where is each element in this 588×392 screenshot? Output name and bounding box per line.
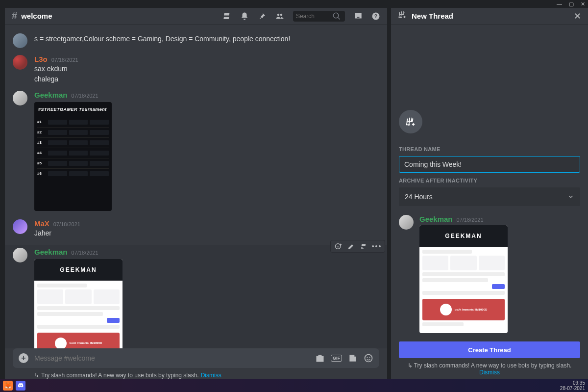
avatar[interactable] bbox=[399, 215, 414, 230]
thread-header: New Thread ✕ bbox=[391, 8, 588, 25]
close-icon[interactable]: ✕ bbox=[574, 11, 581, 22]
attachment-title: #STREETGAMER Tournament bbox=[38, 107, 108, 112]
archive-select[interactable]: 24 Hours bbox=[399, 187, 580, 206]
svg-point-5 bbox=[369, 357, 370, 358]
svg-text:?: ? bbox=[374, 13, 377, 19]
add-reaction-icon[interactable] bbox=[335, 242, 343, 250]
window-minimize[interactable]: — bbox=[557, 1, 562, 7]
message: L3o 07/18/2021 sax ekdum chalega bbox=[13, 55, 379, 84]
avatar[interactable] bbox=[13, 91, 27, 105]
inbox-icon[interactable] bbox=[354, 12, 363, 21]
avatar[interactable] bbox=[13, 55, 27, 70]
avatar[interactable] bbox=[13, 219, 27, 234]
members-icon[interactable] bbox=[275, 12, 284, 21]
search-box[interactable] bbox=[293, 11, 345, 22]
os-taskbar: 🦊 09:35 28-07-2021 bbox=[0, 379, 588, 392]
archive-label: ARCHIVE AFTER INACTIVITY bbox=[399, 178, 580, 183]
pinned-icon[interactable] bbox=[258, 12, 267, 21]
message-author[interactable]: Geekman bbox=[34, 91, 68, 99]
message-author[interactable]: Geekman bbox=[34, 248, 68, 256]
gift-icon[interactable] bbox=[315, 353, 325, 363]
system-clock[interactable]: 09:35 28-07-2021 bbox=[560, 380, 585, 391]
gif-icon[interactable]: GIF bbox=[331, 355, 342, 362]
attachment-logo: GEEKMAN bbox=[60, 266, 97, 273]
search-icon bbox=[332, 12, 341, 21]
slash-tip: ↳ Try slash commands! A new way to use b… bbox=[399, 360, 580, 379]
notifications-icon[interactable] bbox=[240, 12, 249, 21]
help-icon[interactable]: ? bbox=[371, 12, 380, 21]
message-text: Jaher bbox=[34, 229, 379, 238]
message-actions: ••• bbox=[330, 240, 385, 253]
thread-placeholder-icon bbox=[399, 110, 422, 133]
chevron-down-icon bbox=[567, 193, 574, 200]
image-attachment[interactable]: GEEKMAN boAt Immortal IM1000D bbox=[34, 259, 122, 348]
window-maximize[interactable]: ▢ bbox=[569, 1, 574, 7]
message-timestamp: 07/18/2021 bbox=[72, 250, 98, 256]
search-input[interactable] bbox=[296, 13, 332, 20]
channel-header: # welcome ? bbox=[5, 8, 387, 25]
thread-panel: New Thread ✕ THREAD NAME ARCHIVE AFTER I… bbox=[387, 8, 588, 379]
image-attachment[interactable]: GEEKMAN boAt Immortal IM1000D bbox=[419, 225, 508, 333]
create-thread-button[interactable]: Create Thread bbox=[399, 341, 580, 358]
message: Geekman 07/18/2021 #STREETGAMER Tourname… bbox=[13, 91, 379, 212]
message-input[interactable] bbox=[34, 354, 309, 362]
message-author[interactable]: L3o bbox=[34, 55, 48, 63]
svg-point-3 bbox=[365, 355, 372, 362]
attach-icon[interactable]: + bbox=[19, 353, 28, 363]
more-icon[interactable]: ••• bbox=[373, 242, 381, 250]
create-thread-icon[interactable] bbox=[360, 242, 368, 250]
message-timestamp: 07/18/2021 bbox=[457, 217, 484, 223]
channel-name: welcome bbox=[21, 12, 52, 20]
svg-point-4 bbox=[367, 357, 368, 358]
message-text: s = streetgamer,Colour scheme = Gaming, … bbox=[34, 34, 379, 44]
thread-title: New Thread bbox=[412, 12, 453, 20]
message: MaX 07/18/2021 Jaher bbox=[13, 219, 379, 238]
message-text: sax ekdum bbox=[34, 64, 379, 74]
message-text: chalega bbox=[34, 75, 379, 84]
message-list: s = streetgamer,Colour scheme = Gaming, … bbox=[5, 25, 387, 348]
thread-hash-icon bbox=[398, 10, 407, 22]
archive-value: 24 Hours bbox=[405, 193, 433, 201]
message-author[interactable]: Geekman bbox=[419, 215, 453, 223]
firefox-taskbar-icon[interactable]: 🦊 bbox=[3, 381, 13, 391]
message: s = streetgamer,Colour scheme = Gaming, … bbox=[13, 33, 379, 48]
thread-name-input[interactable] bbox=[399, 156, 580, 173]
window-titlebar: — ▢ ✕ bbox=[0, 0, 588, 8]
message-author[interactable]: MaX bbox=[34, 219, 49, 228]
chat-column: # welcome ? s = streetgamer,Colou bbox=[0, 8, 387, 379]
thread-starter-preview: Geekman 07/18/2021 GEEKMAN bbox=[399, 215, 580, 335]
avatar[interactable] bbox=[13, 33, 27, 48]
window-close[interactable]: ✕ bbox=[581, 1, 585, 7]
message-timestamp: 07/18/2021 bbox=[51, 57, 78, 63]
image-attachment[interactable]: #STREETGAMER Tournament #1 #2 #3 #4 #5 #… bbox=[34, 102, 112, 211]
hash-icon: # bbox=[12, 10, 17, 22]
avatar[interactable] bbox=[13, 248, 27, 262]
dismiss-link[interactable]: Dismiss bbox=[201, 372, 221, 379]
emoji-icon[interactable] bbox=[364, 353, 373, 363]
thread-name-label: THREAD NAME bbox=[399, 146, 580, 152]
message-composer[interactable]: + GIF bbox=[13, 348, 379, 368]
threads-icon[interactable] bbox=[222, 12, 231, 21]
message-timestamp: 07/18/2021 bbox=[53, 221, 80, 227]
edit-icon[interactable] bbox=[347, 242, 355, 250]
message-timestamp: 07/18/2021 bbox=[72, 93, 98, 99]
slash-tip: ↳ Try slash commands! A new way to use b… bbox=[5, 372, 387, 379]
message: ••• Geekman 07/18/2021 GEEKMAN bbox=[5, 245, 387, 348]
dismiss-link[interactable]: Dismiss bbox=[479, 369, 500, 376]
sticker-icon[interactable] bbox=[348, 353, 358, 363]
discord-taskbar-icon[interactable] bbox=[16, 381, 25, 391]
